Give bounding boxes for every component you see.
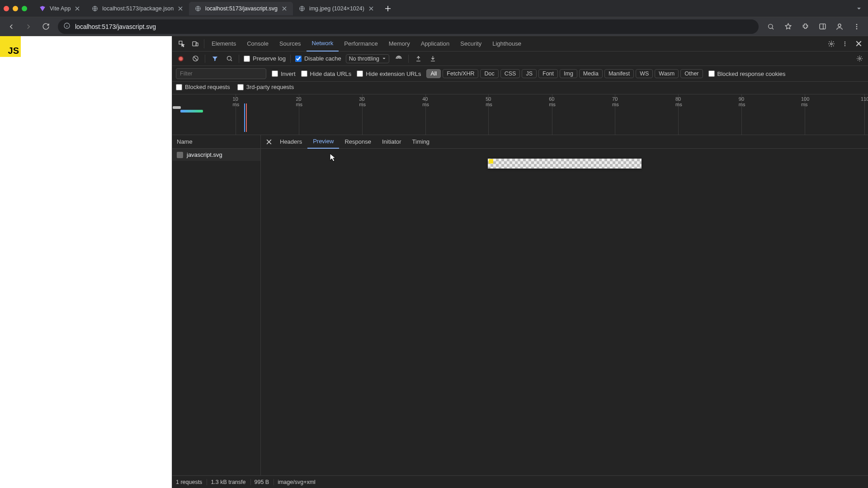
forward-button[interactable] [21, 19, 36, 34]
status-transferred: 1.3 kB transfe [211, 479, 250, 485]
devtools-tab-network[interactable]: Network [307, 36, 339, 52]
pill-manifest[interactable]: Manifest [604, 69, 634, 78]
tab-package-json[interactable]: localhost:5173/package.json [86, 2, 189, 15]
back-button[interactable] [4, 19, 19, 34]
browser-toolbar: localhost:5173/javascript.svg [0, 17, 868, 36]
devtools-close-icon[interactable] [852, 38, 865, 50]
network-requests-pane: Name javascript.svg Headers Preview Resp… [172, 135, 868, 475]
profile-icon[interactable] [832, 19, 847, 34]
window-controls [4, 6, 27, 11]
minimize-window-button[interactable] [13, 6, 18, 11]
devtools-tab-lighthouse[interactable]: Lighthouse [487, 36, 527, 52]
tab-vite-app[interactable]: Vite App [33, 2, 86, 15]
pill-font[interactable]: Font [538, 69, 558, 78]
hide-extension-urls-checkbox[interactable]: Hide extension URLs [357, 70, 421, 77]
pill-doc[interactable]: Doc [480, 69, 498, 78]
devtools-tab-elements[interactable]: Elements [206, 36, 241, 52]
pill-other[interactable]: Other [680, 69, 703, 78]
tab-img-jpeg[interactable]: img.jpeg (1024×1024) [293, 2, 380, 15]
close-tab-icon[interactable] [281, 5, 288, 12]
request-name: javascript.svg [187, 151, 222, 158]
status-resources: 995 B [255, 479, 274, 485]
detail-tab-initiator[interactable]: Initiator [377, 135, 407, 149]
detail-tab-timing[interactable]: Timing [407, 135, 435, 149]
reload-button[interactable] [38, 19, 53, 34]
extensions-icon[interactable] [797, 19, 813, 34]
request-detail-pane: Headers Preview Response Initiator Timin… [261, 135, 868, 475]
devtools-tab-sources[interactable]: Sources [274, 36, 307, 52]
blocked-requests-checkbox[interactable]: Blocked requests [176, 84, 230, 90]
bookmark-icon[interactable] [780, 19, 796, 34]
network-conditions-icon[interactable] [394, 54, 404, 64]
throttling-select[interactable]: No throttling [346, 54, 389, 63]
network-timeline[interactable]: 10 ms 20 ms 30 ms 40 ms 50 ms 60 ms 70 m… [172, 94, 868, 135]
pill-ws[interactable]: WS [636, 69, 653, 78]
zoom-icon[interactable] [763, 19, 778, 34]
search-icon[interactable] [224, 54, 234, 64]
status-requests: 1 requests [176, 479, 207, 485]
svg-point-13 [830, 43, 832, 45]
devtools-settings-icon[interactable] [825, 38, 838, 50]
address-bar[interactable]: localhost:5173/javascript.svg [58, 19, 759, 34]
close-tab-icon[interactable] [177, 5, 184, 12]
detail-tab-preview[interactable]: Preview [307, 135, 339, 149]
tab-javascript-svg[interactable]: localhost:5173/javascript.svg [189, 2, 293, 15]
pill-all[interactable]: All [426, 69, 441, 78]
devtools-menu-icon[interactable] [838, 38, 852, 50]
status-mime: image/svg+xml [278, 479, 316, 485]
devtools-tab-console[interactable]: Console [241, 36, 274, 52]
export-har-icon[interactable] [428, 54, 438, 64]
file-type-icon [177, 152, 183, 158]
side-panel-icon[interactable] [815, 19, 830, 34]
svg-point-19 [859, 58, 860, 60]
blocked-response-cookies-checkbox[interactable]: Blocked response cookies [708, 70, 786, 77]
record-button[interactable] [176, 54, 186, 64]
pill-media[interactable]: Media [579, 69, 603, 78]
request-row[interactable]: javascript.svg [172, 149, 260, 161]
detail-tab-headers[interactable]: Headers [274, 135, 307, 149]
globe-favicon [194, 5, 202, 12]
js-logo-text: JS [8, 46, 19, 56]
devtools-tab-performance[interactable]: Performance [339, 36, 383, 52]
detail-tab-response[interactable]: Response [339, 135, 377, 149]
site-info-icon[interactable] [63, 22, 71, 31]
device-toolbar-icon[interactable] [189, 38, 202, 50]
pill-css[interactable]: CSS [500, 69, 520, 78]
close-detail-icon[interactable] [264, 136, 274, 147]
timeline-bar [173, 106, 181, 109]
request-list-header[interactable]: Name [172, 135, 260, 149]
close-window-button[interactable] [4, 6, 9, 11]
pill-fetch-xhr[interactable]: Fetch/XHR [443, 69, 478, 78]
preserve-log-checkbox[interactable]: Preserve log [244, 55, 286, 62]
pill-img[interactable]: Img [560, 69, 577, 78]
import-har-icon[interactable] [413, 54, 423, 64]
third-party-checkbox[interactable]: 3rd-party requests [237, 84, 294, 90]
network-settings-icon[interactable] [854, 54, 864, 64]
load-event-line [246, 103, 247, 132]
close-tab-icon[interactable] [368, 5, 374, 12]
network-toolbar: Preserve log Disable cache No throttling [172, 52, 868, 66]
divider [204, 39, 204, 48]
pill-wasm[interactable]: Wasm [655, 69, 679, 78]
filter-input[interactable] [176, 68, 266, 79]
chrome-menu-icon[interactable] [849, 19, 864, 34]
inspect-element-icon[interactable] [175, 38, 189, 50]
pill-js[interactable]: JS [522, 69, 537, 78]
disable-cache-checkbox[interactable]: Disable cache [295, 55, 341, 62]
filter-toggle-icon[interactable] [210, 54, 220, 64]
devtools-tab-memory[interactable]: Memory [383, 36, 415, 52]
maximize-window-button[interactable] [22, 6, 27, 11]
request-list: Name javascript.svg [172, 135, 261, 475]
tabs-dropdown-button[interactable] [854, 3, 864, 14]
devtools-tab-security[interactable]: Security [455, 36, 487, 52]
svg-point-7 [856, 24, 858, 25]
devtools-tabbar: Elements Console Sources Network Perform… [172, 36, 868, 52]
invert-checkbox[interactable]: Invert [272, 70, 296, 77]
hide-data-urls-checkbox[interactable]: Hide data URLs [301, 70, 352, 77]
dom-content-loaded-line [244, 103, 245, 132]
close-tab-icon[interactable] [74, 5, 80, 12]
devtools-tab-application[interactable]: Application [415, 36, 455, 52]
clear-button[interactable] [190, 54, 200, 64]
timeline-bar [180, 110, 203, 113]
new-tab-button[interactable] [382, 2, 394, 15]
